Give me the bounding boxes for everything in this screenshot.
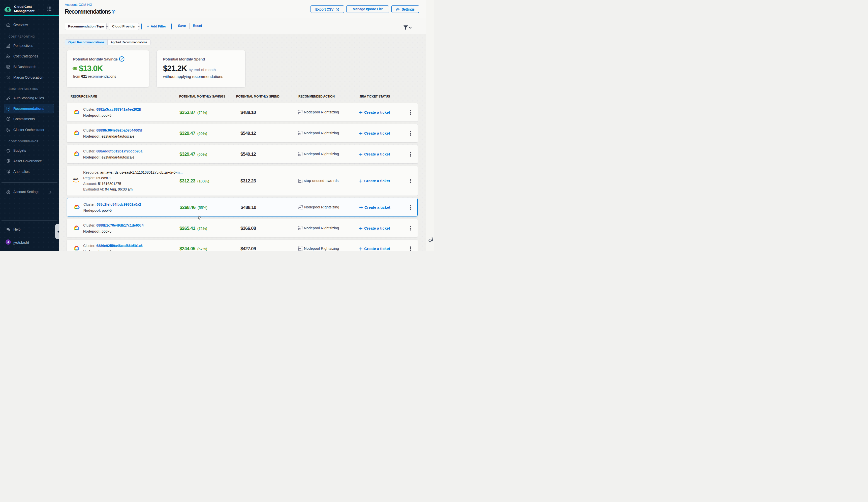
- svg-text:$: $: [7, 7, 9, 12]
- svg-text:?: ?: [121, 57, 123, 61]
- svg-text:aws: aws: [73, 178, 79, 181]
- svg-text:?: ?: [7, 228, 9, 230]
